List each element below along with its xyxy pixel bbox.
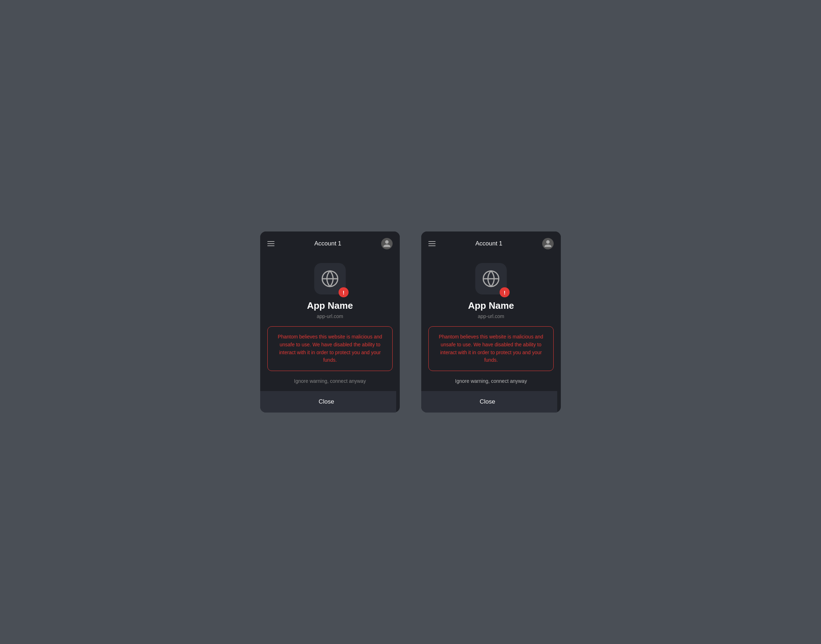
app-url-right: app-url.com [478,313,504,319]
person-icon-left [382,239,391,248]
warning-badge-left: ! [339,287,348,297]
warning-text-right: Phantom believes this website is malicio… [436,333,546,364]
body-right: ! App Name app-url.com Phantom believes … [421,256,561,412]
header-left: Account 1 [260,232,400,256]
header-title-left: Account 1 [314,240,341,247]
app-icon-wrapper-left: ! [314,263,346,294]
app-url-left: app-url.com [317,313,343,319]
warning-text-left: Phantom believes this website is malicio… [275,333,385,364]
page-container: Account 1 ! App Name app-url.com [260,232,561,412]
warning-badge-right: ! [500,287,509,297]
globe-icon-right [482,270,500,288]
globe-icon-left [321,270,339,288]
phone-card-left: Account 1 ! App Name app-url.com [260,232,400,412]
warning-box-right: Phantom believes this website is malicio… [428,326,554,371]
phone-card-right: Account 1 ! App Name app-url.com [421,232,561,412]
person-icon-right [544,239,552,248]
close-button-right[interactable]: Close [421,391,557,412]
warning-box-left: Phantom believes this website is malicio… [267,326,393,371]
hamburger-icon-left[interactable] [267,241,275,246]
body-left: ! App Name app-url.com Phantom believes … [260,256,400,412]
app-name-left: App Name [307,300,353,311]
ignore-link-right[interactable]: Ignore warning, connect anyway [455,378,527,384]
header-title-right: Account 1 [475,240,502,247]
app-name-right: App Name [468,300,514,311]
app-icon-wrapper-right: ! [475,263,507,294]
header-right: Account 1 [421,232,561,256]
close-button-wrapper-right: Close [421,391,557,412]
avatar-left[interactable] [381,238,393,249]
close-button-wrapper-left: Close [260,391,396,412]
hamburger-icon-right[interactable] [428,241,436,246]
ignore-link-left[interactable]: Ignore warning, connect anyway [294,378,366,384]
avatar-right[interactable] [542,238,554,249]
close-button-left[interactable]: Close [260,391,396,412]
